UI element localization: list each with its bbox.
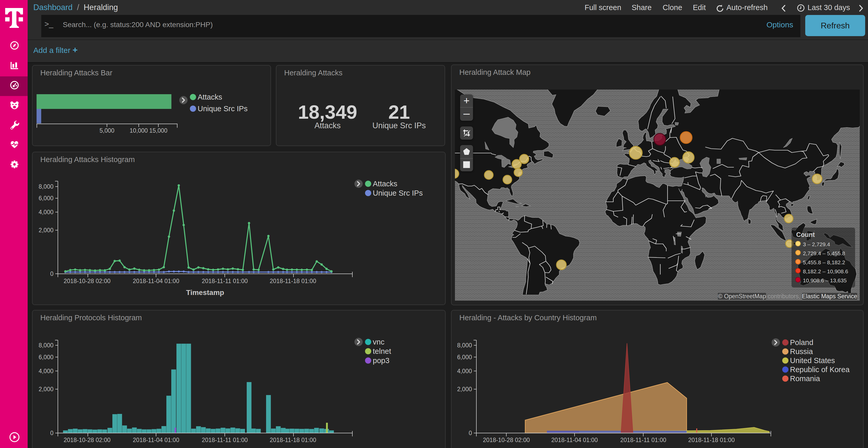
svg-text:2018-11-18 01:00: 2018-11-18 01:00 [270,278,316,284]
svg-text:Attacks: Attacks [373,180,397,188]
svg-text:3 – 2,729.4: 3 – 2,729.4 [803,241,830,247]
svg-text:0: 0 [50,430,54,436]
svg-text:5,000: 5,000 [99,127,115,134]
svg-text:8,000: 8,000 [457,342,472,349]
svg-text:4,000: 4,000 [38,209,54,215]
svg-text:Poland: Poland [790,338,813,347]
svg-text:2018-11-18 01:00: 2018-11-18 01:00 [688,437,735,443]
svg-text:Unique Src IPs: Unique Src IPs [197,105,247,113]
svg-text:Republic of Korea: Republic of Korea [790,366,850,374]
svg-text:Attacks: Attacks [197,93,222,101]
svg-text:4,000: 4,000 [38,368,54,374]
svg-text:Romania: Romania [790,374,820,383]
svg-text:2018-11-18 01:00: 2018-11-18 01:00 [270,437,316,443]
svg-text:15,000: 15,000 [149,127,167,134]
svg-text:2018-11-04 01:00: 2018-11-04 01:00 [551,437,598,443]
svg-text:6,000: 6,000 [38,354,54,360]
svg-text:2018-11-11 01:00: 2018-11-11 01:00 [202,278,248,284]
svg-text:United States: United States [790,356,835,365]
svg-text:6,000: 6,000 [457,354,472,360]
svg-text:2,000: 2,000 [38,386,54,392]
svg-text:2,729.4 – 5,455.8: 2,729.4 – 5,455.8 [803,250,845,256]
svg-text:2,000: 2,000 [457,386,472,392]
svg-text:5,455.8 – 8,182.2: 5,455.8 – 8,182.2 [803,260,845,265]
svg-text:8,000: 8,000 [38,183,54,190]
svg-text:6,000: 6,000 [38,195,54,202]
svg-text:8,182.2 – 10,908.6: 8,182.2 – 10,908.6 [803,268,848,274]
svg-text:Timestamp: Timestamp [186,288,224,297]
svg-text:2018-10-28 02:00: 2018-10-28 02:00 [483,437,530,443]
svg-text:2018-11-04 01:00: 2018-11-04 01:00 [133,437,179,443]
svg-text:vnc: vnc [373,338,384,346]
svg-text:4,000: 4,000 [457,368,472,374]
svg-text:10,000: 10,000 [130,127,148,134]
svg-text:2018-11-04 01:00: 2018-11-04 01:00 [133,278,179,284]
svg-text:2018-11-11 01:00: 2018-11-11 01:00 [620,437,666,443]
svg-text:2018-10-28 02:00: 2018-10-28 02:00 [64,278,111,284]
svg-text:0: 0 [469,430,472,436]
svg-text:Unique Src IPs: Unique Src IPs [373,189,423,197]
svg-text:8,000: 8,000 [38,342,54,349]
svg-text:10,908.6 – 13,635: 10,908.6 – 13,635 [803,277,846,283]
svg-text:pop3: pop3 [373,356,390,365]
svg-text:0: 0 [50,271,54,277]
svg-text:Russia: Russia [790,347,813,356]
svg-text:2,000: 2,000 [38,227,54,234]
svg-text:telnet: telnet [373,347,391,355]
svg-text:2018-10-28 02:00: 2018-10-28 02:00 [64,437,111,443]
svg-text:2018-11-11 01:00: 2018-11-11 01:00 [202,437,248,443]
